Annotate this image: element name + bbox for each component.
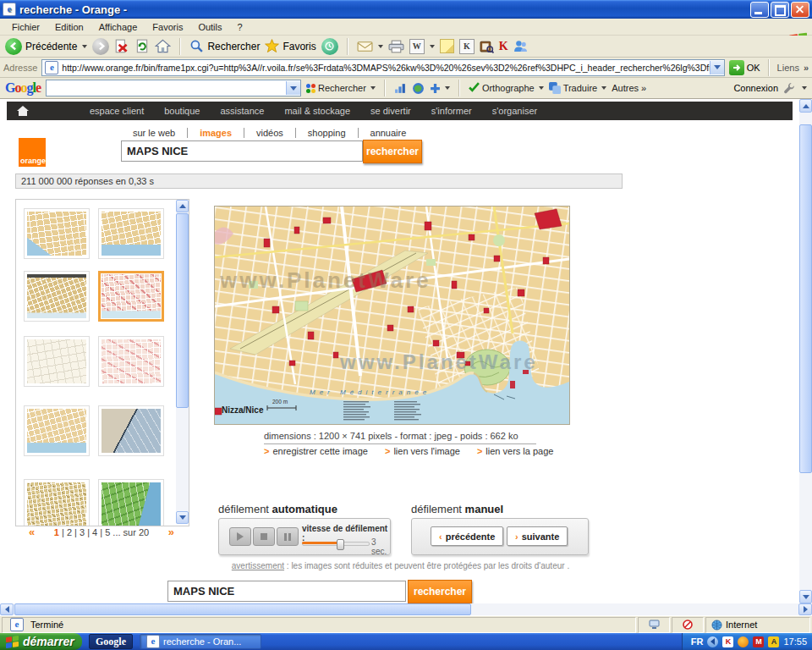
menu-fichier[interactable]: Fichier — [5, 20, 47, 34]
google-search-input[interactable] — [46, 80, 301, 96]
edit-word-button[interactable]: W — [409, 39, 435, 54]
scroll-left-icon[interactable] — [0, 603, 14, 615]
home-nav-icon[interactable] — [17, 106, 29, 116]
notes-icon[interactable] — [440, 39, 454, 53]
google-search-dropdown[interactable] — [286, 81, 300, 95]
earth-icon[interactable] — [412, 82, 425, 95]
spellcheck-button[interactable]: Orthographe — [469, 82, 544, 94]
forward-button[interactable] — [92, 38, 109, 55]
next-image-button[interactable]: ›suivante — [507, 526, 568, 546]
address-dropdown-button[interactable] — [710, 61, 724, 74]
nav-mail-stockage[interactable]: mail & stockage — [284, 106, 350, 116]
refresh-button[interactable] — [134, 39, 150, 54]
previous-image-button[interactable]: ‹précédente — [431, 526, 503, 546]
thumbnail-result-5[interactable] — [24, 336, 90, 387]
search-query-input[interactable] — [121, 140, 363, 162]
start-button[interactable]: démarrer — [0, 633, 82, 650]
edit-dropdown-icon[interactable] — [430, 45, 435, 48]
minimize-button[interactable] — [750, 2, 769, 18]
nav-s-informer[interactable]: s'informer — [431, 106, 472, 116]
scroll-down-icon[interactable] — [799, 590, 812, 603]
thumbnail-result-6[interactable] — [98, 336, 164, 387]
thumbnail-result-3[interactable] — [24, 271, 90, 322]
tray-chevron-icon[interactable] — [707, 636, 718, 647]
mail-button[interactable] — [357, 41, 383, 52]
nav-se-divertir[interactable]: se divertir — [370, 106, 411, 116]
thumbnail-scrollbar[interactable] — [176, 200, 189, 524]
taskbar-item-google[interactable]: Google — [89, 634, 133, 649]
tray-m-icon[interactable]: M — [753, 636, 764, 647]
address-input[interactable]: e http://www.orange.fr/bin/frame1px.cgi?… — [41, 59, 724, 76]
play-button[interactable] — [229, 527, 251, 546]
messenger-icon[interactable] — [513, 40, 528, 52]
thumbnail-result-10[interactable] — [98, 479, 164, 526]
nav-boutique[interactable]: boutique — [164, 106, 200, 116]
k-tool-icon[interactable]: K — [459, 39, 475, 54]
thumbnail-result-9[interactable] — [24, 479, 90, 526]
orange-logo[interactable]: orange — [19, 138, 46, 167]
tray-shield-icon[interactable] — [738, 636, 749, 647]
thumb-scroll-down-icon[interactable] — [176, 511, 189, 524]
tab-images[interactable]: images — [188, 128, 244, 138]
horizontal-scrollbar[interactable] — [0, 603, 812, 615]
tab-annuaire[interactable]: annuaire — [359, 128, 419, 138]
kaspersky-icon[interactable]: K — [499, 40, 508, 53]
tab-shopping[interactable]: shopping — [296, 128, 359, 138]
bottom-rechercher-button[interactable]: rechercher — [408, 580, 472, 603]
scroll-thumb[interactable] — [799, 124, 812, 473]
back-dropdown-icon[interactable] — [82, 45, 87, 48]
bottom-search-input[interactable] — [167, 581, 406, 602]
vertical-scrollbar[interactable] — [799, 99, 812, 603]
link-to-page-link[interactable]: >lien vers la page — [477, 446, 554, 456]
stop-button[interactable] — [114, 39, 129, 54]
add-button[interactable] — [430, 83, 450, 94]
favorites-button[interactable]: Favoris — [265, 39, 315, 53]
thumb-scroll-thumb[interactable] — [176, 213, 189, 408]
stop-button-media[interactable] — [253, 527, 275, 546]
scroll-up-icon[interactable] — [799, 99, 812, 113]
wrench-icon[interactable] — [783, 82, 795, 94]
link-to-image-link[interactable]: >lien vers l'image — [385, 446, 460, 456]
nav-assistance[interactable]: assistance — [220, 106, 264, 116]
dictionary-icon[interactable] — [480, 40, 494, 53]
history-button[interactable] — [321, 38, 338, 55]
tab-web[interactable]: sur le web — [121, 128, 188, 138]
thumbnail-result-7[interactable] — [24, 405, 90, 456]
speed-slider[interactable] — [302, 539, 368, 547]
hscroll-thumb[interactable] — [14, 603, 471, 615]
mail-dropdown-icon[interactable] — [378, 45, 383, 48]
home-button[interactable] — [155, 39, 171, 53]
taskbar-item-recherche[interactable]: e recherche - Oran... — [140, 634, 261, 649]
translate-button[interactable]: Traduire — [549, 82, 607, 94]
search-button[interactable]: Rechercher — [189, 39, 260, 53]
nav-espace-client[interactable]: espace client — [90, 106, 144, 116]
menu-favoris[interactable]: Favoris — [145, 20, 189, 34]
avertissement-link[interactable]: avertissement — [232, 561, 284, 570]
thumbnail-result-1[interactable] — [24, 208, 90, 259]
print-button[interactable] — [388, 40, 404, 53]
rechercher-button[interactable]: rechercher — [363, 140, 422, 163]
tray-kaspersky-icon[interactable]: K — [722, 636, 733, 647]
nav-s-organiser[interactable]: s'organiser — [492, 106, 537, 116]
maximize-button[interactable] — [771, 2, 789, 18]
thumb-scroll-up-icon[interactable] — [176, 200, 189, 212]
page-prev-button[interactable]: « — [29, 526, 35, 538]
page-next-button[interactable]: » — [168, 526, 174, 538]
page-numbers[interactable]: 1 | 2 | 3 | 4 | 5 ... sur 20 — [54, 527, 149, 537]
scroll-right-icon[interactable] — [798, 603, 812, 615]
thumbnail-result-8[interactable] — [98, 405, 164, 456]
more-button[interactable]: Autres » — [612, 83, 646, 93]
pause-button[interactable] — [277, 527, 299, 546]
connexion-button[interactable]: Connexion — [733, 83, 778, 93]
back-button[interactable]: Précédente — [5, 38, 87, 55]
close-button[interactable] — [791, 2, 809, 18]
menu-edition[interactable]: Edition — [48, 20, 91, 34]
menu-aide[interactable]: ? — [231, 20, 250, 34]
thumbnail-result-2[interactable] — [98, 208, 164, 259]
google-search-button[interactable]: Rechercher — [306, 83, 376, 93]
slider-handle[interactable] — [337, 539, 344, 550]
go-button[interactable]: OK — [729, 60, 760, 75]
menu-affichage[interactable]: Affichage — [92, 20, 145, 34]
tray-clock[interactable]: 17:55 — [783, 636, 807, 647]
links-label[interactable]: Liens — [777, 63, 799, 73]
